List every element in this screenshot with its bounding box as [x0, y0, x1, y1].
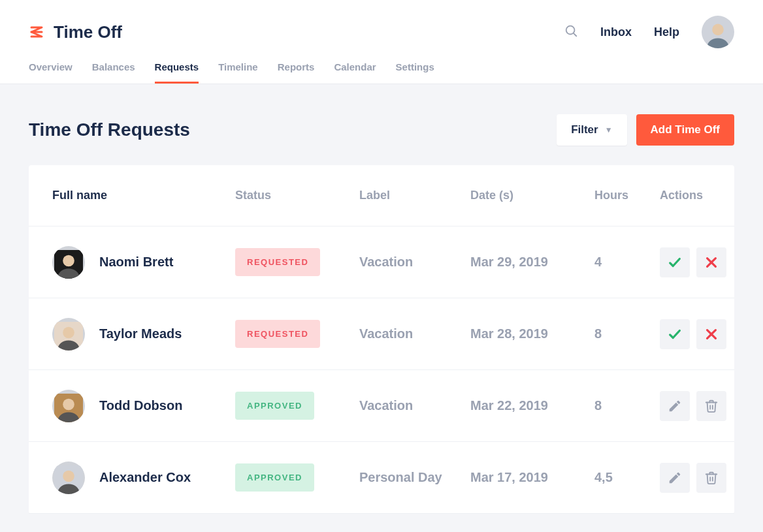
cell-status: REQUESTED	[235, 320, 359, 348]
table-row: Alexander CoxAPPROVEDPersonal DayMar 17,…	[29, 442, 734, 514]
col-hours: Hours	[594, 189, 660, 202]
status-badge: REQUESTED	[235, 320, 320, 348]
status-badge: REQUESTED	[235, 248, 320, 276]
cell-name: Taylor Meads	[52, 318, 235, 351]
tab-overview[interactable]: Overview	[29, 61, 73, 84]
svg-point-14	[63, 470, 74, 482]
tab-calendar[interactable]: Calendar	[334, 61, 376, 84]
inbox-link[interactable]: Inbox	[600, 25, 632, 39]
content: Time Off Requests Filter ▼ Add Time Off …	[0, 84, 763, 532]
table-row: Naomi BrettREQUESTEDVacationMar 29, 2019…	[29, 227, 734, 298]
svg-point-12	[63, 398, 74, 410]
cell-actions	[660, 391, 763, 421]
cell-dates: Mar 29, 2019	[470, 255, 594, 270]
svg-point-4	[63, 255, 74, 266]
table-row: Taylor MeadsREQUESTEDVacationMar 28, 201…	[29, 298, 734, 370]
approve-button[interactable]	[660, 247, 690, 277]
cell-hours: 8	[594, 326, 660, 341]
page-title: Time Off Requests	[29, 119, 190, 140]
tab-reports[interactable]: Reports	[278, 61, 315, 84]
row-avatar	[52, 318, 85, 351]
add-time-off-button[interactable]: Add Time Off	[636, 114, 734, 146]
cell-hours: 4,5	[594, 470, 660, 485]
svg-point-2	[712, 24, 724, 36]
svg-line-1	[574, 33, 576, 36]
cell-status: REQUESTED	[235, 248, 359, 276]
row-name: Todd Dobson	[99, 398, 182, 413]
edit-button[interactable]	[660, 391, 690, 421]
row-avatar	[52, 246, 85, 279]
content-head: Time Off Requests Filter ▼ Add Time Off	[29, 114, 734, 146]
col-dates: Date (s)	[470, 189, 594, 202]
approve-button[interactable]	[660, 319, 690, 349]
help-link[interactable]: Help	[654, 25, 679, 39]
tab-balances[interactable]: Balances	[92, 61, 135, 84]
row-avatar	[52, 390, 85, 422]
row-name: Taylor Meads	[99, 326, 182, 341]
requests-table: Full name Status Label Date (s) Hours Ac…	[29, 165, 734, 514]
svg-point-8	[63, 326, 74, 338]
col-actions: Actions	[660, 189, 763, 202]
cell-name: Alexander Cox	[52, 462, 235, 494]
add-time-off-label: Add Time Off	[651, 123, 720, 136]
status-badge: APPROVED	[235, 392, 314, 420]
app-header: Time Off Inbox Help Overview Balances Re…	[0, 0, 763, 84]
row-avatar	[52, 462, 85, 494]
tab-requests[interactable]: Requests	[155, 61, 199, 84]
table-header: Full name Status Label Date (s) Hours Ac…	[29, 165, 734, 227]
filter-label: Filter	[571, 123, 598, 136]
cell-name: Naomi Brett	[52, 246, 235, 279]
cell-status: APPROVED	[235, 463, 359, 492]
cell-hours: 8	[594, 398, 660, 413]
reject-button[interactable]	[696, 319, 726, 349]
delete-button[interactable]	[696, 391, 726, 421]
cell-hours: 4	[594, 255, 660, 270]
cell-actions	[660, 463, 763, 493]
cell-label: Personal Day	[359, 470, 470, 485]
filter-button[interactable]: Filter ▼	[557, 114, 626, 146]
row-name: Alexander Cox	[99, 470, 191, 485]
tab-timeline[interactable]: Timeline	[218, 61, 258, 84]
status-badge: APPROVED	[235, 463, 314, 492]
cell-dates: Mar 22, 2019	[470, 398, 594, 413]
cell-label: Vacation	[359, 398, 470, 413]
cell-label: Vacation	[359, 326, 470, 341]
cell-dates: Mar 17, 2019	[470, 470, 594, 485]
user-avatar[interactable]	[702, 16, 734, 48]
col-status: Status	[235, 189, 359, 202]
tabs: Overview Balances Requests Timeline Repo…	[29, 61, 734, 84]
cell-name: Todd Dobson	[52, 390, 235, 422]
cell-actions	[660, 319, 763, 349]
header-right: Inbox Help	[564, 16, 734, 48]
cell-dates: Mar 28, 2019	[470, 326, 594, 341]
header-top: Time Off Inbox Help	[29, 16, 734, 48]
table-row: Todd DobsonAPPROVEDVacationMar 22, 20198	[29, 370, 734, 442]
app-title: Time Off	[54, 22, 122, 42]
edit-button[interactable]	[660, 463, 690, 493]
brand: Time Off	[29, 22, 122, 42]
row-name: Naomi Brett	[99, 255, 173, 270]
brand-logo-icon	[29, 24, 44, 40]
page-actions: Filter ▼ Add Time Off	[557, 114, 734, 146]
col-label: Label	[359, 189, 470, 202]
tab-settings[interactable]: Settings	[396, 61, 434, 84]
search-icon[interactable]	[564, 23, 578, 40]
reject-button[interactable]	[696, 247, 726, 277]
col-name: Full name	[52, 189, 235, 202]
delete-button[interactable]	[696, 463, 726, 493]
cell-label: Vacation	[359, 255, 470, 270]
chevron-down-icon: ▼	[605, 125, 613, 134]
cell-status: APPROVED	[235, 392, 359, 420]
cell-actions	[660, 247, 763, 277]
